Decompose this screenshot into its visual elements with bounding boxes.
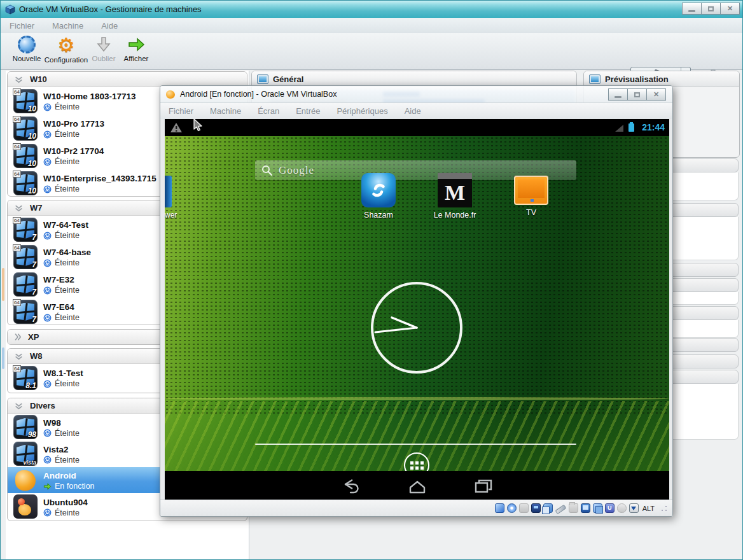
- power-off-icon: [43, 103, 52, 111]
- vm-menu-ecran[interactable]: Écran: [258, 106, 279, 116]
- android-vm-window: Android [En fonction] - Oracle VM Virtua…: [160, 85, 673, 517]
- running-arrow-icon: [43, 482, 52, 491]
- windows7-os-icon: 7: [13, 272, 38, 297]
- android-screen[interactable]: 21:44 Google wer: [165, 119, 669, 501]
- video-capture-icon[interactable]: [593, 503, 602, 513]
- general-icon: [257, 74, 268, 84]
- windows10-os-icon: 6410: [13, 116, 38, 141]
- gear-icon: ⚙: [58, 36, 75, 55]
- power-off-icon: [43, 185, 52, 193]
- chevron-down-icon: [14, 204, 24, 212]
- shared-clipboard-icon[interactable]: [543, 503, 553, 513]
- vm-menu-aide[interactable]: Aide: [405, 106, 421, 116]
- power-off-icon: [43, 380, 52, 388]
- power-off-icon: [43, 158, 52, 166]
- power-off-icon: [43, 456, 52, 464]
- floppy-drives-icon[interactable]: [519, 503, 529, 513]
- partial-app-icon: [165, 176, 172, 207]
- menu-fichier[interactable]: Fichier: [10, 21, 34, 31]
- power-off-icon: [43, 286, 52, 295]
- new-icon: [18, 36, 36, 53]
- close-button[interactable]: ✕: [720, 3, 740, 15]
- menu-aide[interactable]: Aide: [101, 21, 118, 31]
- edge-artifact: [2, 347, 4, 369]
- power-off-icon: [43, 259, 52, 267]
- vm-menu-peripheriques[interactable]: Périphériques: [337, 106, 387, 116]
- shared-folders-icon[interactable]: [569, 503, 578, 513]
- page-indicator-line: [255, 444, 576, 445]
- show-button[interactable]: Afficher: [119, 36, 153, 69]
- show-arrow-icon: [127, 36, 145, 53]
- app-shortcut-shazam[interactable]: Shazam: [354, 173, 403, 220]
- vm-menu-entree[interactable]: Entrée: [296, 106, 320, 116]
- optical-drives-icon[interactable]: [507, 503, 517, 513]
- vm-menu-fichier[interactable]: Fichier: [169, 106, 193, 116]
- settings-button[interactable]: ⚙ Configuration: [44, 36, 88, 69]
- partial-app-shortcut[interactable]: wer: [165, 176, 176, 220]
- chevron-down-icon: [14, 353, 24, 360]
- host-key-label: ALT: [642, 505, 655, 512]
- android-vm-icon: [165, 90, 176, 99]
- main-titlebar: Oracle VM VirtualBox - Gestionnaire de m…: [1, 1, 743, 18]
- windows98-os-icon: 98: [13, 415, 38, 439]
- discard-arrow-icon: [95, 36, 113, 53]
- power-off-icon: [43, 314, 52, 322]
- windows10-os-icon: 6410: [13, 144, 38, 168]
- vm-close-button[interactable]: ✕: [646, 88, 666, 101]
- shazam-icon: [361, 173, 396, 207]
- windows10-os-icon: 6410: [13, 89, 38, 113]
- android-os-icon: [13, 468, 38, 493]
- battery-icon: [628, 123, 634, 132]
- keyboard-capture-icon[interactable]: [629, 503, 639, 513]
- menu-machine[interactable]: Machine: [52, 21, 83, 31]
- windows8-os-icon: 648.1: [13, 366, 38, 390]
- home-button[interactable]: [406, 478, 428, 494]
- ubuntu-os-icon: [13, 494, 38, 519]
- tv-icon: [514, 176, 548, 205]
- usb-icon[interactable]: [555, 505, 566, 514]
- window-title: Oracle VM VirtualBox - Gestionnaire de m…: [19, 4, 202, 14]
- network-icon[interactable]: [531, 503, 541, 513]
- new-vm-button[interactable]: Nouvelle: [4, 36, 49, 69]
- power-off-icon: [43, 232, 52, 240]
- vm-window-titlebar: Android [En fonction] - Oracle VM Virtua…: [160, 86, 672, 102]
- lemonde-icon: M: [438, 173, 472, 207]
- vista-os-icon: vista: [13, 442, 38, 466]
- hard-disks-icon[interactable]: [495, 503, 504, 513]
- windows7-os-icon: 647: [13, 300, 38, 324]
- search-icon: [261, 165, 272, 176]
- virtualbox-logo-icon: [5, 4, 15, 15]
- vm-minimize-button[interactable]: [608, 88, 628, 101]
- resize-grip[interactable]: [661, 505, 667, 512]
- features-icon[interactable]: U: [605, 503, 615, 513]
- power-off-icon: [43, 508, 52, 517]
- main-menubar: Fichier Machine Aide: [1, 18, 743, 33]
- main-toolbar: Nouvelle ⚙ Configuration Oublier Affiche…: [1, 33, 743, 70]
- minute-hand: [375, 328, 417, 332]
- analog-clock-widget[interactable]: [366, 277, 468, 379]
- recents-button[interactable]: [473, 478, 494, 494]
- vm-menu-machine[interactable]: Machine: [210, 106, 241, 116]
- power-off-icon: [43, 429, 52, 437]
- windows10-os-icon: 6410: [13, 171, 38, 195]
- google-logo: Google: [279, 164, 314, 177]
- android-navbar: [165, 471, 669, 501]
- hour-hand: [392, 318, 417, 328]
- windows7-os-icon: 647: [13, 245, 38, 269]
- minimize-button[interactable]: [682, 3, 702, 15]
- chevron-right-icon: [14, 332, 22, 342]
- mouse-integration-icon[interactable]: [617, 503, 627, 513]
- maximize-button[interactable]: [701, 3, 721, 15]
- vm-window-menubar: Fichier Machine Écran Entrée Périphériqu…: [160, 102, 672, 119]
- preview-icon: [589, 74, 601, 84]
- app-shortcut-lemonde[interactable]: M Le Monde.fr: [431, 173, 479, 220]
- app-shortcut-tv[interactable]: TV: [507, 173, 555, 217]
- signal-icon: [615, 125, 623, 132]
- display-icon[interactable]: [581, 503, 590, 513]
- warning-icon: [170, 122, 183, 133]
- vm-maximize-button[interactable]: [627, 88, 647, 101]
- android-wallpaper: Google wer Shazam: [165, 136, 669, 471]
- vm-window-statusbar: U ALT: [160, 500, 672, 516]
- back-button[interactable]: [340, 478, 362, 494]
- discard-button[interactable]: Oublier: [86, 36, 122, 69]
